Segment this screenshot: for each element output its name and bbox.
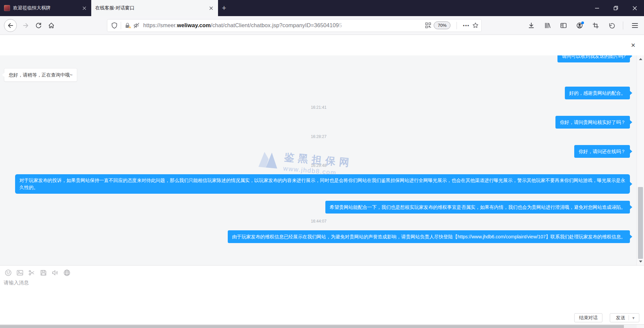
page-actions-icon[interactable]: ••• — [463, 23, 470, 28]
home-button[interactable] — [46, 20, 57, 31]
save-icon[interactable] — [40, 269, 47, 276]
page-content: × 鉴黑担保网 www.jhdb8.com 请问可以收到我发送的图片吗?您好，请… — [0, 35, 644, 328]
bubble-tail — [630, 205, 632, 209]
downloads-icon[interactable] — [524, 19, 538, 32]
chat-close-button[interactable]: × — [631, 42, 635, 49]
bubble-tail — [630, 120, 632, 125]
send-button[interactable]: 发送 ▼ — [610, 313, 639, 322]
autoplay-blocked-icon[interactable] — [133, 22, 140, 29]
chat-bubble-right: 由于玩家发布的维权信息已经展示在我们网站，为避免对贵网站的声誉造成影响，请贵网站… — [228, 230, 630, 243]
reload-button[interactable] — [33, 20, 44, 31]
message-composer: 请输入消息 结束对话 发送 ▼ — [0, 265, 644, 324]
tab-close-icon[interactable] — [207, 4, 215, 12]
vertical-scrollbar[interactable] — [637, 55, 644, 265]
forward-button[interactable] — [20, 20, 32, 31]
window-controls — [588, 0, 644, 16]
composer-toolbar — [4, 269, 75, 276]
tab-welcome[interactable]: 欢迎莅临恒大棋牌 — [0, 0, 91, 16]
minimize-button[interactable] — [588, 0, 606, 16]
account-icon[interactable] — [573, 19, 587, 32]
url-bar[interactable]: https://smeer.weliway.com/chat/chatClien… — [107, 19, 481, 32]
horizontal-scrollbar-thumb[interactable] — [0, 325, 624, 328]
chat-messages: 鉴黑担保网 www.jhdb8.com 请问可以收到我发送的图片吗?您好，请稍等… — [0, 55, 644, 265]
chat-bubble-right: 对于玩家发布的投诉，如果贵网站保持一直不回应的态度来对待此问题，那么我们只能相信… — [15, 174, 630, 194]
timestamp: 16:44:07 — [0, 219, 637, 224]
zoom-level-indicator[interactable]: 70% — [434, 21, 450, 29]
bubble-tail — [630, 55, 632, 58]
insecure-lock-warning-icon[interactable] — [124, 22, 132, 29]
bubble-tail — [630, 91, 632, 95]
tab-bar: 欢迎莅临恒大棋牌 在线客服-对话窗口 + — [0, 0, 644, 16]
send-label: 发送 — [616, 315, 625, 321]
globe-icon[interactable] — [63, 269, 70, 276]
url-prefix: https://smeer. — [143, 22, 177, 28]
urlbar-divider — [457, 22, 457, 29]
bubble-tail — [2, 73, 5, 77]
notification-dot — [581, 21, 584, 24]
toolbar-divider — [623, 21, 623, 30]
close-window-button[interactable] — [625, 0, 644, 16]
image-icon[interactable] — [16, 269, 23, 276]
send-options-caret-icon[interactable]: ▼ — [632, 316, 635, 320]
navigation-toolbar: https://smeer.weliway.com/chat/chatClien… — [0, 16, 644, 35]
bubble-tail — [630, 182, 632, 186]
scrollbar-corner — [637, 325, 644, 328]
horizontal-scrollbar[interactable] — [0, 324, 644, 328]
chat-bubble-right: 好的，感谢贵网站的配合。 — [565, 87, 630, 99]
scroll-up-icon[interactable] — [637, 56, 644, 62]
browser-window: 欢迎莅临恒大棋牌 在线客服-对话窗口 + — [0, 0, 644, 328]
scrollbar-thumb[interactable] — [638, 187, 643, 259]
url-domain: weliway.com — [177, 22, 211, 28]
site-favicon — [4, 5, 10, 11]
chat-bubble-right: 希望贵网站能配合一下，我们也是想核实玩家发布的维权事宜是否属实，如果有内情，我们… — [325, 201, 630, 214]
chat-bubble-right: 你好，请问贵网站核实好了吗？ — [555, 116, 630, 129]
message-input[interactable]: 请输入消息 — [4, 280, 29, 286]
composer-actions: 结束对话 发送 ▼ — [574, 313, 639, 322]
scroll-down-icon[interactable] — [637, 259, 644, 265]
chat-bubble-right: 你好，请问还在线吗？ — [574, 145, 630, 158]
bubble-tail — [630, 149, 632, 154]
url-text[interactable]: https://smeer.weliway.com/chat/chatClien… — [143, 22, 425, 29]
urlbar-divider — [121, 22, 121, 29]
speaker-icon[interactable] — [51, 269, 59, 276]
url-faded-tail: 5 — [339, 22, 342, 28]
chat-bubble-right: 请问可以收到我发送的图片吗? — [557, 55, 630, 62]
timestamp: 16:29:48 — [0, 163, 637, 168]
url-path: /chat/chatClient/chatbox.jsp?companyID=3… — [211, 22, 339, 28]
end-chat-button[interactable]: 结束对话 — [574, 313, 602, 322]
bubble-tail — [630, 234, 632, 239]
emoji-icon[interactable] — [4, 269, 12, 276]
tab-title: 在线客服-对话窗口 — [95, 5, 205, 11]
screenshot-crop-icon[interactable] — [589, 19, 603, 32]
library-icon[interactable] — [540, 19, 554, 32]
menu-hamburger-icon[interactable] — [628, 19, 642, 32]
bookmark-star-icon[interactable] — [472, 22, 479, 29]
timestamp: 16:28:27 — [0, 134, 637, 139]
send-button-divider — [629, 315, 629, 320]
tracking-protection-shield-icon[interactable] — [111, 22, 117, 29]
chat-bubble-left: 您好，请稍等，正在查询中哦~ — [4, 68, 77, 82]
scissors-icon[interactable] — [28, 269, 35, 276]
tab-chat[interactable]: 在线客服-对话窗口 — [91, 0, 218, 16]
tab-title: 欢迎莅临恒大棋牌 — [13, 5, 78, 11]
back-button[interactable] — [4, 19, 17, 32]
undo-arrow-icon[interactable] — [605, 19, 619, 32]
sidebar-toggle-icon[interactable] — [556, 19, 571, 32]
timestamp: 16:21:41 — [0, 105, 637, 110]
qr-code-icon[interactable] — [425, 22, 431, 28]
restore-button[interactable] — [606, 0, 625, 16]
toolbar-right-icons — [522, 19, 642, 32]
tab-close-icon[interactable] — [80, 4, 88, 12]
new-tab-button[interactable]: + — [218, 0, 230, 16]
